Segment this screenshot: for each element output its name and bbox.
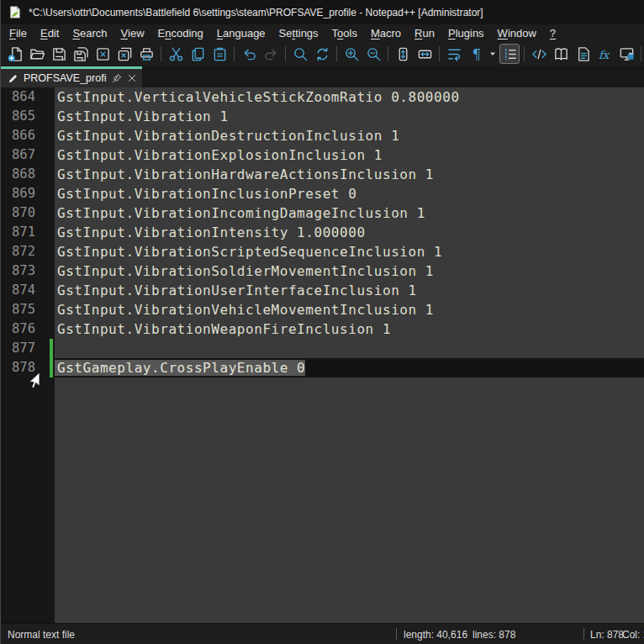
- editor-line-878[interactable]: 878GstGameplay.CrossPlayEnable 0: [1, 358, 644, 377]
- document-list-icon[interactable]: [573, 44, 593, 64]
- zoom-out-icon[interactable]: [363, 44, 383, 64]
- toolbar-separator: [334, 45, 340, 62]
- status-line-number: Ln: 878: [590, 629, 624, 641]
- toolbar-separator: [521, 45, 527, 62]
- editor-line-869[interactable]: 869GstInput.VibrationInclusionPreset 0: [1, 184, 644, 203]
- status-bar: Normal text file length: 40,616 lines: 8…: [1, 623, 644, 644]
- editor-pane[interactable]: 864GstInput.VerticalVehicleStickZoomRati…: [1, 87, 644, 623]
- menu-encoding[interactable]: Encoding: [151, 25, 210, 41]
- line-number[interactable]: 865: [1, 107, 43, 126]
- find-icon[interactable]: [290, 44, 310, 64]
- menu-help[interactable]: ?: [543, 25, 562, 41]
- menu-language[interactable]: Language: [210, 25, 272, 41]
- editor-line-874[interactable]: 874GstInput.VibrationUserInterfaceInclus…: [1, 281, 644, 300]
- marker-margin: [43, 87, 55, 107]
- editor-line-877[interactable]: 877: [1, 339, 644, 358]
- status-column: Col: 1: [622, 629, 644, 641]
- pin-tab-icon[interactable]: [112, 73, 122, 83]
- menu-edit[interactable]: Edit: [34, 25, 66, 41]
- editor-line-866[interactable]: 866GstInput.VibrationDestructionInclusio…: [1, 126, 644, 145]
- change-history-marker: [43, 358, 55, 377]
- menu-plugins[interactable]: Plugins: [441, 25, 491, 41]
- document-map-icon[interactable]: [551, 44, 571, 64]
- toolbar-separator: [158, 45, 164, 62]
- menu-view[interactable]: View: [114, 25, 151, 41]
- redo-icon[interactable]: [261, 44, 281, 64]
- notepadpp-window: *C:\Users\ottr\Documents\Battlefield 6\s…: [0, 0, 644, 644]
- menu-window[interactable]: Window: [491, 25, 543, 41]
- line-number[interactable]: 872: [1, 242, 43, 261]
- editor-line-872[interactable]: 872GstInput.VibrationScriptedSequenceInc…: [1, 242, 644, 261]
- line-number[interactable]: 864: [1, 87, 43, 107]
- tab-profsave-profile[interactable]: PROFSAVE_profile: [1, 66, 142, 87]
- editor-line-867[interactable]: 867GstInput.VibrationExplosionInclusion …: [1, 145, 644, 165]
- save-icon[interactable]: [49, 44, 69, 64]
- indent-guide-icon[interactable]: [499, 44, 520, 64]
- line-text: GstInput.VibrationIncomingDamageInclusio…: [55, 203, 644, 223]
- close-tab-icon[interactable]: [127, 73, 137, 83]
- copy-icon[interactable]: [187, 44, 208, 64]
- open-file-icon[interactable]: [27, 44, 47, 64]
- line-number[interactable]: 874: [1, 281, 43, 300]
- code-icon[interactable]: [529, 44, 549, 64]
- editor-line-870[interactable]: 870GstInput.VibrationIncomingDamageInclu…: [1, 203, 644, 223]
- line-number[interactable]: 867: [1, 145, 43, 165]
- menu-tools[interactable]: Tools: [325, 25, 364, 41]
- close-icon[interactable]: [92, 44, 113, 64]
- function-list-icon[interactable]: [594, 44, 615, 64]
- gutter-filler: [1, 377, 43, 623]
- sync-vertical-icon[interactable]: [393, 44, 413, 64]
- menu-search[interactable]: Search: [66, 25, 113, 41]
- new-file-icon[interactable]: [5, 44, 25, 64]
- line-number[interactable]: 875: [1, 300, 43, 319]
- line-number[interactable]: 869: [1, 184, 43, 203]
- paste-icon[interactable]: [209, 44, 230, 64]
- sync-horizontal-icon[interactable]: [414, 44, 435, 64]
- line-number[interactable]: 873: [1, 261, 43, 281]
- editor-empty-area[interactable]: [1, 377, 644, 623]
- toolbar: [1, 42, 644, 66]
- line-number[interactable]: 868: [1, 165, 43, 184]
- line-text: GstInput.VibrationHardwareActionsInclusi…: [55, 165, 644, 184]
- marker-margin: [43, 184, 55, 203]
- cut-icon[interactable]: [166, 44, 186, 64]
- zoom-in-icon[interactable]: [341, 44, 362, 64]
- line-number[interactable]: 878: [1, 358, 43, 377]
- menu-run[interactable]: Run: [408, 25, 441, 41]
- editor-line-876[interactable]: 876GstInput.VibrationWeaponFireInclusion…: [1, 319, 644, 339]
- undo-icon[interactable]: [239, 44, 259, 64]
- line-text: GstInput.VibrationExplosionInclusion 1: [55, 145, 644, 165]
- line-number[interactable]: 866: [1, 126, 43, 145]
- show-all-chars-icon[interactable]: [466, 44, 486, 64]
- toolbar-separator: [436, 45, 442, 62]
- line-number[interactable]: 870: [1, 203, 43, 223]
- editor-line-873[interactable]: 873GstInput.VibrationSoldierMovementIncl…: [1, 261, 644, 281]
- marker-margin: [43, 261, 55, 281]
- save-all-icon[interactable]: [71, 44, 91, 64]
- line-text: GstInput.VibrationInclusionPreset 0: [55, 184, 644, 203]
- menu-settings[interactable]: Settings: [272, 25, 325, 41]
- editor-line-875[interactable]: 875GstInput.VibrationVehicleMovementIncl…: [1, 300, 644, 319]
- line-number[interactable]: 871: [1, 223, 43, 242]
- print-icon[interactable]: [136, 44, 156, 64]
- editor-line-865[interactable]: 865GstInput.Vibration 1: [1, 107, 644, 126]
- dropdown-caret-icon[interactable]: [488, 44, 498, 64]
- line-text: GstInput.Vibration 1: [55, 107, 644, 126]
- menu-macro[interactable]: Macro: [364, 25, 408, 41]
- close-all-icon[interactable]: [114, 44, 135, 64]
- marker-margin: [43, 319, 55, 339]
- word-wrap-icon[interactable]: [444, 44, 464, 64]
- line-text: GstInput.VibrationWeaponFireInclusion 1: [55, 319, 644, 339]
- line-number[interactable]: 876: [1, 319, 43, 339]
- marker-margin: [43, 107, 55, 126]
- menu-file[interactable]: File: [3, 25, 34, 41]
- replace-icon[interactable]: [312, 44, 332, 64]
- line-number[interactable]: 877: [1, 339, 43, 358]
- editor-line-868[interactable]: 868GstInput.VibrationHardwareActionsIncl…: [1, 165, 644, 184]
- editor-line-871[interactable]: 871GstInput.VibrationIntensity 1.000000: [1, 223, 644, 242]
- line-text: GstInput.VibrationDestructionInclusion 1: [55, 126, 644, 145]
- folder-workspace-icon[interactable]: [616, 44, 636, 64]
- marker-margin: [43, 223, 55, 242]
- toolbar-separator: [282, 45, 288, 62]
- editor-line-864[interactable]: 864GstInput.VerticalVehicleStickZoomRati…: [1, 87, 644, 107]
